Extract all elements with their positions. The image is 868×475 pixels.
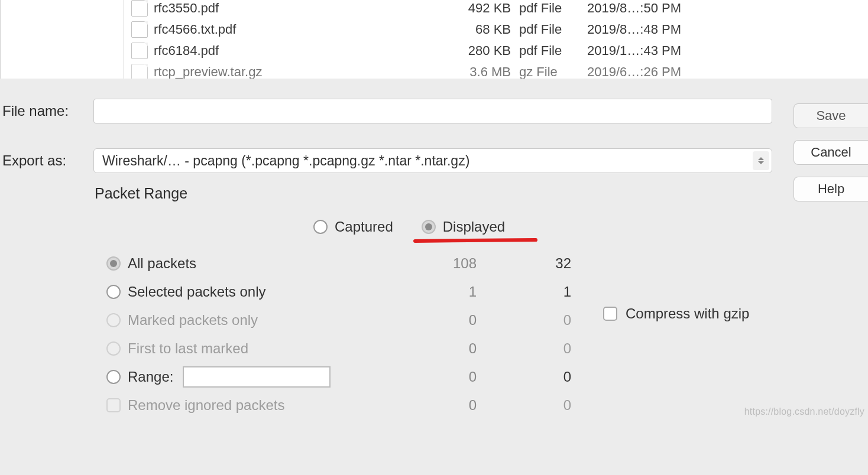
export-as-select[interactable]: Wireshark/… - pcapng (*.pcapng *.pcapng.… [93,148,772,173]
file-browser-pane: rfc3550.pdf 492 KB pdf File 2019/8…:50 P… [0,0,868,79]
help-button[interactable]: Help [793,177,868,201]
help-button-label: Help [818,181,844,197]
file-kind-cell: gz File [519,64,587,79]
file-date-cell: 2019/1…:43 PM [587,43,868,58]
selected-only-label: Selected packets only [128,284,382,300]
file-name-cell: rfc3550.pdf [154,1,449,16]
file-icon [131,21,148,38]
export-as-value: Wireshark/… - pcapng (*.pcapng *.pcapng.… [102,153,469,169]
file-size-cell: 492 KB [449,1,519,16]
watermark-text: https://blog.csdn.net/doyzfly [744,406,864,417]
range-captured-count: 0 [382,369,477,385]
file-icon [131,0,148,17]
file-size-cell: 3.6 MB [449,64,519,79]
ignored-displayed-count: 0 [477,397,571,414]
marked-only-label: Marked packets only [128,312,382,328]
file-name-label: File name: [0,103,93,119]
compress-gzip-label: Compress with gzip [626,305,749,322]
displayed-radio[interactable] [422,220,436,234]
file-icon [131,64,148,79]
first-to-last-label: First to last marked [128,340,382,357]
packet-range-title: Packet Range [95,185,710,202]
marked-captured-count: 0 [382,312,477,328]
file-row[interactable]: rfc3550.pdf 492 KB pdf File 2019/8…:50 P… [124,0,868,19]
file-date-cell: 2019/8…:50 PM [587,1,868,16]
all-packets-label: All packets [128,255,382,272]
compress-gzip-checkbox[interactable] [603,307,617,321]
file-size-cell: 68 KB [449,22,519,37]
ignored-captured-count: 0 [382,397,477,414]
captured-radio[interactable] [313,220,328,234]
save-button-label: Save [816,108,846,123]
firstlast-captured-count: 0 [382,340,477,357]
all-captured-count: 108 [382,255,477,272]
file-name-cell: rtcp_preview.tar.gz [154,64,449,79]
cancel-button-label: Cancel [811,145,851,160]
marked-only-radio [106,313,121,327]
file-name-cell: rfc4566.txt.pdf [154,22,449,37]
file-date-cell: 2019/8…:48 PM [587,22,868,37]
first-to-last-radio [106,341,121,356]
file-date-cell: 2019/6…:26 PM [587,64,868,79]
file-row[interactable]: rtcp_preview.tar.gz 3.6 MB gz File 2019/… [124,61,868,79]
annotation-underline [413,238,537,243]
chevron-updown-icon [753,151,769,170]
all-displayed-count: 32 [477,255,571,272]
cancel-button[interactable]: Cancel [793,140,868,165]
marked-displayed-count: 0 [477,312,571,328]
file-name-cell: rfc6184.pdf [154,43,449,58]
captured-label: Captured [335,219,393,235]
range-label: Range: [128,369,173,385]
range-radio[interactable] [106,370,121,384]
remove-ignored-checkbox [106,398,121,412]
range-input[interactable] [183,366,331,388]
file-icon [131,43,148,59]
file-name-input[interactable] [93,99,772,123]
export-as-label: Export as: [0,152,93,169]
file-size-cell: 280 KB [449,43,519,58]
selected-captured-count: 1 [382,284,477,300]
file-kind-cell: pdf File [519,43,587,58]
save-button[interactable]: Save [793,103,868,128]
file-kind-cell: pdf File [519,22,587,37]
file-row[interactable]: rfc6184.pdf 280 KB pdf File 2019/1…:43 P… [124,40,868,61]
file-row[interactable]: rfc4566.txt.pdf 68 KB pdf File 2019/8…:4… [124,19,868,40]
file-kind-cell: pdf File [519,1,587,16]
displayed-label: Displayed [443,219,505,235]
selected-displayed-count: 1 [477,284,571,300]
remove-ignored-label: Remove ignored packets [128,397,382,414]
all-packets-radio[interactable] [106,256,121,271]
firstlast-displayed-count: 0 [477,340,571,357]
export-dialog-body: Save Cancel Help File name: Export as: W… [0,79,868,419]
selected-only-radio[interactable] [106,285,121,299]
range-displayed-count: 0 [477,369,571,385]
